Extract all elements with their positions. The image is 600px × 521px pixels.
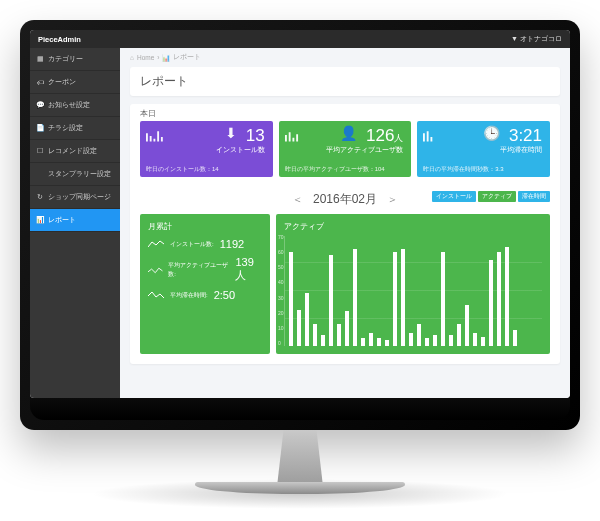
chart-bar	[465, 305, 469, 346]
summary-value: 2:50	[214, 289, 235, 301]
monitor-stand	[263, 430, 338, 482]
sidebar-item-flyer[interactable]: 📄チラシ設定	[30, 117, 120, 140]
breadcrumb-page: レポート	[173, 53, 201, 62]
chart-filter-tabs: インストール アクティブ 滞在時間	[432, 191, 550, 202]
chart-bar	[481, 337, 485, 346]
month-navigator: ＜ 2016年02月 ＞ インストール アクティブ 滞在時間	[130, 185, 560, 214]
brand: PieceAdmin	[38, 35, 81, 44]
page-title: レポート	[130, 67, 560, 96]
chart-bar	[425, 338, 429, 346]
chart-icon: 📊	[36, 216, 44, 224]
topbar: PieceAdmin ▼ オトナゴコロ	[30, 30, 570, 48]
grid-icon: ▦	[36, 55, 44, 63]
chart-bar	[449, 335, 453, 346]
tile-footer: 昨日の平均アクティブユーザ数：104	[285, 165, 385, 174]
user-icon: 👤	[340, 125, 357, 141]
chart-bar	[441, 252, 445, 346]
tile-label: 平均アクティブユーザ数	[326, 146, 403, 155]
breadcrumb-home-icon[interactable]: ⌂	[130, 54, 134, 61]
y-tick: 60	[278, 249, 284, 255]
filter-active[interactable]: アクティブ	[478, 191, 516, 202]
month-label: 2016年02月	[313, 191, 377, 208]
y-tick: 20	[278, 310, 284, 316]
summary-value: 139人	[235, 256, 262, 283]
sidebar-item-coupon[interactable]: 🏷クーポン	[30, 71, 120, 94]
sidebar-item-stamp[interactable]: スタンプラリー設定	[30, 163, 120, 186]
app-screen: PieceAdmin ▼ オトナゴコロ ▦カテゴリー 🏷クーポン 💬お知らせ設定…	[30, 30, 570, 398]
activity-chart: アクティブ 706050403020100	[276, 214, 550, 354]
spark-icon	[148, 290, 166, 300]
sidebar-item-label: レコメンド設定	[48, 146, 97, 156]
chart-bar	[513, 330, 517, 346]
clock-icon: 🕒	[483, 125, 500, 141]
sparkline-icon	[423, 127, 451, 143]
content: ⌂ Home › 📊 レポート レポート 本日	[120, 48, 570, 398]
sidebar-item-notice[interactable]: 💬お知らせ設定	[30, 94, 120, 117]
chart-bar	[409, 333, 413, 346]
chart-bar	[297, 310, 301, 346]
breadcrumb-home[interactable]: Home	[137, 54, 154, 61]
sidebar-item-label: ショップ同期ページ	[48, 192, 111, 202]
sidebar-item-recommend[interactable]: ☐レコメンド設定	[30, 140, 120, 163]
tile-value: 126	[366, 126, 394, 145]
chart-bar	[369, 333, 373, 346]
sidebar-item-label: レポート	[48, 215, 76, 225]
sidebar-item-category[interactable]: ▦カテゴリー	[30, 48, 120, 71]
tile-active-users[interactable]: 👤 126人 平均アクティブユーザ数 昨日の平均アクティブユーザ数：104	[279, 121, 412, 177]
filter-install[interactable]: インストール	[432, 191, 476, 202]
y-tick: 0	[278, 340, 284, 346]
y-tick: 10	[278, 325, 284, 331]
chart-title: アクティブ	[284, 222, 542, 232]
tile-label: インストール数	[216, 146, 265, 155]
prev-month-button[interactable]: ＜	[292, 192, 303, 207]
chart-bar	[289, 252, 293, 346]
summary-header: 月累計	[148, 222, 262, 232]
sidebar-item-shop-sync[interactable]: ↻ショップ同期ページ	[30, 186, 120, 209]
tile-duration[interactable]: 🕒 3:21 平均滞在時間 昨日の平均滞在時間秒数：3.3	[417, 121, 550, 177]
y-tick: 70	[278, 234, 284, 240]
summary-row: インストール数:1192	[148, 238, 262, 250]
y-tick: 30	[278, 295, 284, 301]
chart-bar	[417, 324, 421, 346]
chart-bars	[284, 236, 542, 346]
chart-bar	[393, 252, 397, 346]
refresh-icon: ↻	[36, 193, 44, 201]
sidebar-item-label: クーポン	[48, 77, 76, 87]
sparkline-icon	[285, 127, 313, 143]
monthly-summary: 月累計 インストール数:1192 平均アクティブユーザ数:139人 平均滞在時間…	[140, 214, 270, 354]
square-icon: ☐	[36, 147, 44, 155]
tile-value: 3:21	[509, 126, 542, 145]
chart-bar	[329, 255, 333, 346]
chart-bar	[505, 247, 509, 346]
user-menu[interactable]: ▼ オトナゴコロ	[511, 34, 562, 44]
chart-bar	[353, 249, 357, 346]
chart-bar	[377, 338, 381, 346]
breadcrumb-chart-icon: 📊	[162, 54, 170, 62]
spark-icon	[148, 239, 166, 249]
sidebar-item-label: スタンプラリー設定	[48, 169, 111, 179]
chart-bar	[313, 324, 317, 346]
sidebar-item-label: チラシ設定	[48, 123, 83, 133]
chat-icon: 💬	[36, 101, 44, 109]
tile-installs[interactable]: ⬇ 13 インストール数 昨日のインストール数：14	[140, 121, 273, 177]
chart-bar	[401, 249, 405, 346]
tile-value: 13	[246, 126, 265, 145]
tile-footer: 昨日の平均滞在時間秒数：3.3	[423, 165, 503, 174]
breadcrumb: ⌂ Home › 📊 レポート	[120, 48, 570, 67]
sidebar: ▦カテゴリー 🏷クーポン 💬お知らせ設定 📄チラシ設定 ☐レコメンド設定 スタン…	[30, 48, 120, 398]
sparkline-icon	[146, 127, 174, 143]
download-icon: ⬇	[225, 125, 237, 141]
chart-bar	[457, 324, 461, 346]
chart-bar	[361, 338, 365, 346]
summary-row: 平均滞在時間:2:50	[148, 289, 262, 301]
title-card: レポート	[130, 67, 560, 96]
chart-bar	[385, 340, 389, 346]
chart-bar	[497, 252, 501, 346]
filter-duration[interactable]: 滞在時間	[518, 191, 550, 202]
sidebar-item-report[interactable]: 📊レポート	[30, 209, 120, 232]
next-month-button[interactable]: ＞	[387, 192, 398, 207]
sidebar-item-label: お知らせ設定	[48, 100, 90, 110]
chart-bar	[321, 335, 325, 346]
chart-bar	[345, 311, 349, 346]
sidebar-item-label: カテゴリー	[48, 54, 83, 64]
